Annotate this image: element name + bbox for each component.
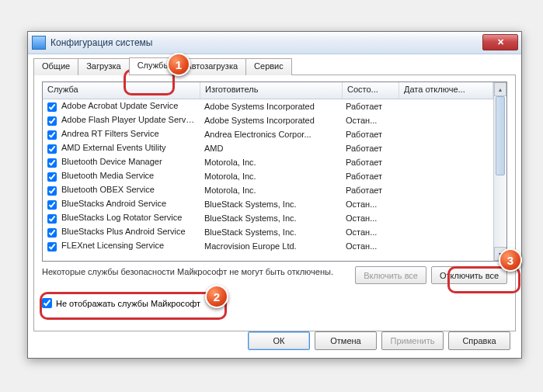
row-state: Остан...	[341, 199, 397, 210]
tab-panel: Служба Изготовитель Состо... Дата отключ…	[33, 75, 516, 331]
ok-button[interactable]: ОК	[248, 331, 310, 350]
row-vendor: Adobe Systems Incorporated	[200, 115, 341, 126]
row-date	[397, 134, 493, 135]
row-checkbox[interactable]	[47, 144, 57, 154]
row-vendor: BlueStack Systems, Inc.	[200, 213, 341, 224]
row-checkbox[interactable]	[47, 214, 57, 224]
dialog-buttons: ОК Отмена Применить Справка	[28, 331, 521, 350]
row-checkbox[interactable]	[47, 130, 57, 140]
row-state: Остан...	[341, 241, 397, 252]
row-date	[397, 161, 493, 163]
row-checkbox[interactable]	[47, 172, 57, 182]
enable-all-button[interactable]: Включить все	[355, 266, 426, 284]
column-headers[interactable]: Служба Изготовитель Состо... Дата отключ…	[43, 82, 493, 99]
row-state: Работает	[341, 157, 397, 168]
row-date	[397, 231, 493, 233]
disable-all-button[interactable]: Отключить все	[431, 266, 507, 284]
col-service[interactable]: Служба	[43, 82, 200, 99]
security-note: Некоторые службы безопасности Майкрософт…	[42, 266, 350, 277]
row-checkbox[interactable]	[47, 242, 57, 252]
row-vendor: Andrea Electronics Corpor...	[200, 129, 341, 140]
row-checkbox[interactable]	[47, 186, 57, 196]
table-row[interactable]: BlueStacks Android ServiceBlueStack Syst…	[43, 197, 493, 211]
row-vendor: BlueStack Systems, Inc.	[200, 199, 341, 210]
table-row[interactable]: AMD External Events UtilityAMDРаботает	[43, 141, 493, 155]
row-date	[397, 189, 493, 191]
row-vendor: BlueStack Systems, Inc.	[200, 227, 341, 238]
vertical-scrollbar[interactable]: ▲ ▼	[493, 82, 506, 261]
row-vendor: Adobe Systems Incorporated	[200, 101, 341, 112]
table-row[interactable]: Adobe Flash Player Update ServiceAdobe S…	[43, 113, 493, 127]
col-state[interactable]: Состо...	[343, 82, 399, 99]
scroll-thumb[interactable]	[496, 96, 505, 175]
row-date	[397, 203, 493, 205]
row-checkbox[interactable]	[47, 200, 57, 210]
scroll-up-icon[interactable]: ▲	[494, 82, 506, 96]
row-checkbox[interactable]	[47, 116, 57, 126]
row-date	[397, 147, 493, 149]
close-button[interactable]: ✕	[482, 34, 518, 50]
row-state: Работает	[341, 171, 397, 182]
row-state: Работает	[341, 101, 397, 112]
window-title: Конфигурация системы	[50, 37, 152, 48]
row-state: Работает	[341, 143, 397, 154]
row-vendor: Motorola, Inc.	[200, 185, 341, 196]
table-row[interactable]: Bluetooth Device ManagerMotorola, Inc.Ра…	[43, 155, 493, 169]
row-state: Работает	[341, 129, 397, 140]
table-row[interactable]: BlueStacks Log Rotator ServiceBlueStack …	[43, 211, 493, 225]
row-vendor: Macrovision Europe Ltd.	[200, 241, 341, 252]
table-row[interactable]: FLEXnet Licensing ServiceMacrovision Eur…	[43, 239, 493, 253]
services-list[interactable]: Служба Изготовитель Состо... Дата отключ…	[42, 82, 507, 262]
col-vendor[interactable]: Изготовитель	[200, 82, 343, 99]
apply-button[interactable]: Применить	[381, 331, 444, 350]
tabstrip: Общие Загрузка Службы Автозагрузка Серви…	[33, 57, 516, 75]
row-checkbox[interactable]	[47, 228, 57, 238]
row-date	[397, 175, 493, 177]
cancel-button[interactable]: Отмена	[315, 331, 377, 350]
table-row[interactable]: Bluetooth Media ServiceMotorola, Inc.Раб…	[43, 169, 493, 183]
row-vendor: AMD	[200, 143, 341, 154]
row-state: Остан...	[341, 227, 397, 238]
row-state: Остан...	[341, 213, 397, 224]
row-date	[397, 245, 493, 247]
row-date	[397, 217, 493, 219]
msconfig-window: Конфигурация системы ✕ Общие Загрузка Сл…	[27, 31, 522, 359]
app-icon	[32, 36, 46, 50]
table-row[interactable]: Bluetooth OBEX ServiceMotorola, Inc.Рабо…	[43, 183, 493, 197]
row-checkbox[interactable]	[47, 158, 57, 168]
row-vendor: Motorola, Inc.	[200, 171, 341, 182]
hide-ms-label: Не отображать службы Майкрософт	[56, 299, 200, 308]
badge-2: 2	[205, 285, 228, 308]
table-row[interactable]: BlueStacks Plus Android ServiceBlueStack…	[43, 225, 493, 239]
row-date	[397, 106, 493, 107]
titlebar[interactable]: Конфигурация системы ✕	[28, 32, 521, 54]
tab-general[interactable]: Общие	[33, 58, 78, 75]
row-state: Остан...	[341, 115, 397, 126]
table-row[interactable]: Andrea RT Filters ServiceAndrea Electron…	[43, 127, 493, 141]
col-date[interactable]: Дата отключе...	[399, 82, 493, 99]
badge-1: 1	[167, 53, 190, 76]
hide-ms-checkbox[interactable]	[42, 298, 52, 308]
row-state: Работает	[341, 185, 397, 196]
row-date	[397, 120, 493, 121]
table-row[interactable]: Adobe Acrobat Update ServiceAdobe System…	[43, 99, 493, 113]
badge-3: 3	[499, 248, 522, 272]
tab-boot[interactable]: Загрузка	[78, 58, 129, 75]
tab-tools[interactable]: Сервис	[245, 58, 292, 75]
row-checkbox[interactable]	[47, 102, 57, 112]
row-vendor: Motorola, Inc.	[200, 157, 341, 168]
help-button[interactable]: Справка	[448, 331, 510, 350]
